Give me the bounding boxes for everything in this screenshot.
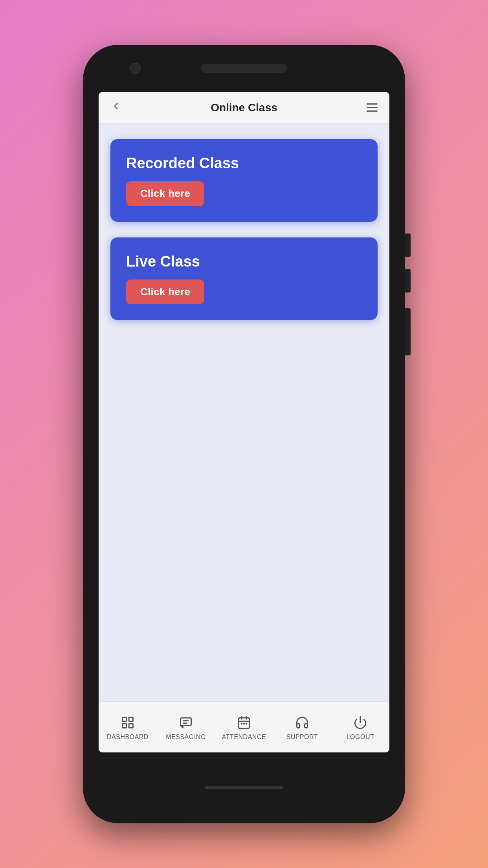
phone-screen: Online Class Recorded Class Click here L… [99, 92, 389, 752]
live-class-title: Live Class [126, 253, 362, 270]
main-content: Recorded Class Click here Live Class Cli… [99, 123, 389, 701]
home-bar [205, 786, 283, 789]
dashboard-icon [119, 714, 136, 731]
menu-button[interactable] [367, 103, 378, 112]
attendance-icon [235, 714, 253, 731]
messaging-icon [177, 714, 194, 731]
recorded-class-title: Recorded Class [126, 155, 362, 172]
menu-line-3 [367, 110, 378, 112]
logout-label: LOGOUT [347, 734, 374, 741]
back-button[interactable] [110, 101, 121, 114]
phone-bottom [205, 752, 283, 823]
live-class-button[interactable]: Click here [126, 280, 204, 304]
page-title: Online Class [211, 101, 277, 114]
nav-dashboard[interactable]: DASHBOARD [99, 714, 157, 741]
bottom-nav: DASHBOARD MESSAGING [99, 701, 389, 752]
recorded-class-card: Recorded Class Click here [110, 139, 378, 222]
messaging-label: MESSAGING [166, 734, 205, 741]
dashboard-label: DASHBOARD [107, 734, 149, 741]
menu-line-1 [367, 103, 378, 105]
phone-frame: Online Class Recorded Class Click here L… [83, 45, 405, 823]
nav-support[interactable]: SUPPORT [273, 714, 331, 741]
attendance-label: ATTENDANCE [222, 734, 266, 741]
support-icon [294, 714, 311, 731]
svg-rect-4 [181, 718, 191, 726]
side-button-2 [405, 269, 411, 292]
menu-line-2 [367, 107, 378, 108]
support-label: SUPPORT [286, 734, 318, 741]
side-button-1 [405, 234, 411, 257]
logout-icon [352, 714, 369, 731]
speaker [201, 64, 287, 73]
svg-rect-2 [123, 724, 127, 728]
svg-rect-0 [123, 717, 127, 721]
nav-messaging[interactable]: MESSAGING [157, 714, 215, 741]
svg-rect-1 [129, 717, 133, 721]
side-button-3 [405, 308, 411, 355]
svg-rect-3 [129, 724, 133, 728]
recorded-class-button[interactable]: Click here [126, 181, 204, 206]
camera [130, 63, 141, 74]
nav-attendance[interactable]: ATTENDANCE [215, 714, 273, 741]
nav-logout[interactable]: LOGOUT [331, 714, 389, 741]
live-class-card: Live Class Click here [110, 237, 378, 320]
header: Online Class [99, 92, 389, 123]
phone-top-bar [83, 45, 405, 92]
